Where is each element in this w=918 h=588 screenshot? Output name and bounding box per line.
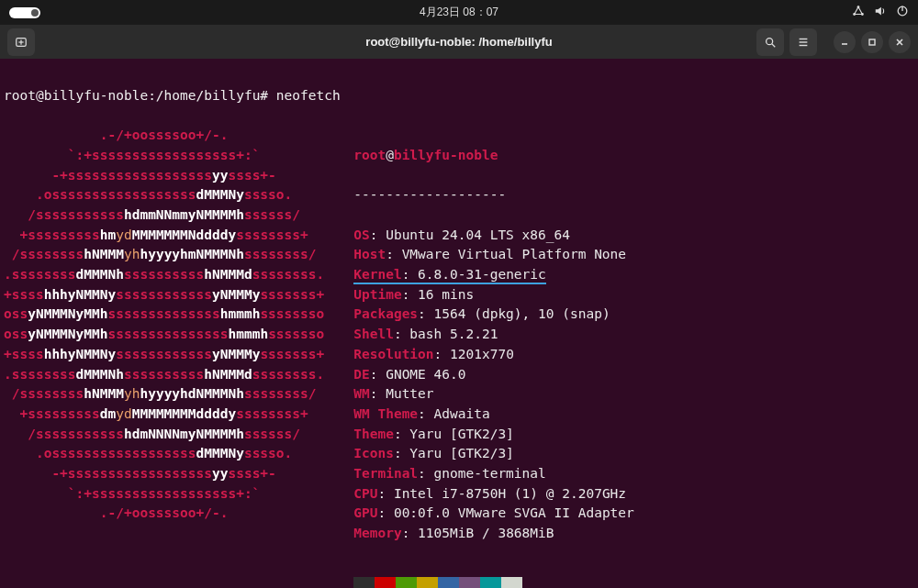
info-row: WM: Mutter <box>353 384 634 405</box>
minimize-button[interactable] <box>834 31 856 53</box>
gnome-top-bar: 4月23日 08：07 <box>0 0 918 25</box>
color-swatch <box>501 577 522 588</box>
terminal-viewport[interactable]: root@billyfu-noble:/home/billyfu# neofet… <box>0 59 918 588</box>
activities-pill[interactable] <box>9 7 40 18</box>
color-swatch <box>459 577 480 588</box>
color-swatch <box>375 577 396 588</box>
color-swatch <box>353 577 375 588</box>
info-row: Theme: Yaru [GTK2/3] <box>353 425 634 445</box>
info-row: Packages: 1564 (dpkg), 10 (snap) <box>353 305 634 325</box>
info-row: Memory: 1105MiB / 3868MiB <box>353 524 634 544</box>
volume-icon[interactable] <box>874 5 887 20</box>
svg-point-8 <box>767 38 773 44</box>
window-title-bar: root@billyfu-noble: /home/billyfu <box>0 25 918 59</box>
maximize-button[interactable] <box>861 31 883 53</box>
power-icon[interactable] <box>896 5 909 20</box>
neofetch-info-block: root@billyfu-noble ------------------- O… <box>324 126 634 588</box>
network-icon[interactable] <box>852 5 865 20</box>
info-row: GPU: 00:0f.0 VMware SVGA II Adapter <box>353 504 634 524</box>
close-button[interactable] <box>889 31 911 53</box>
info-row: Resolution: 1201x770 <box>353 345 634 365</box>
info-row: Uptime: 16 mins <box>353 285 634 305</box>
new-tab-button[interactable] <box>7 28 35 56</box>
info-row: Kernel: 6.8.0-31-generic <box>353 265 634 285</box>
svg-line-9 <box>772 43 776 47</box>
color-swatch <box>480 577 501 588</box>
info-row: OS: Ubuntu 24.04 LTS x86_64 <box>353 226 634 246</box>
search-button[interactable] <box>756 28 784 56</box>
prompt-line: root@billyfu-noble:/home/billyfu# neofet… <box>4 86 914 106</box>
info-row: WM Theme: Adwaita <box>353 405 634 425</box>
color-swatch <box>438 577 459 588</box>
window-title: root@billyfu-noble: /home/billyfu <box>365 35 552 49</box>
info-row: CPU: Intel i7-8750H (1) @ 2.207GHz <box>353 484 634 505</box>
info-row: Icons: Yaru [GTK2/3] <box>353 444 634 464</box>
info-row: Host: VMware Virtual Platform None <box>353 245 634 265</box>
svg-rect-14 <box>869 39 875 45</box>
color-swatch <box>417 577 438 588</box>
neofetch-ascii-logo: .-/+oossssoo+/-. `:+ssssssssssssssssss+:… <box>4 126 324 588</box>
terminal-color-swatches <box>353 577 634 588</box>
info-row: DE: GNOME 46.0 <box>353 365 634 385</box>
hamburger-menu-button[interactable] <box>789 28 817 56</box>
info-row: Terminal: gnome-terminal <box>353 464 634 484</box>
info-row: Shell: bash 5.2.21 <box>353 325 634 345</box>
color-swatch <box>396 577 417 588</box>
clock[interactable]: 4月23日 08：07 <box>420 5 498 20</box>
